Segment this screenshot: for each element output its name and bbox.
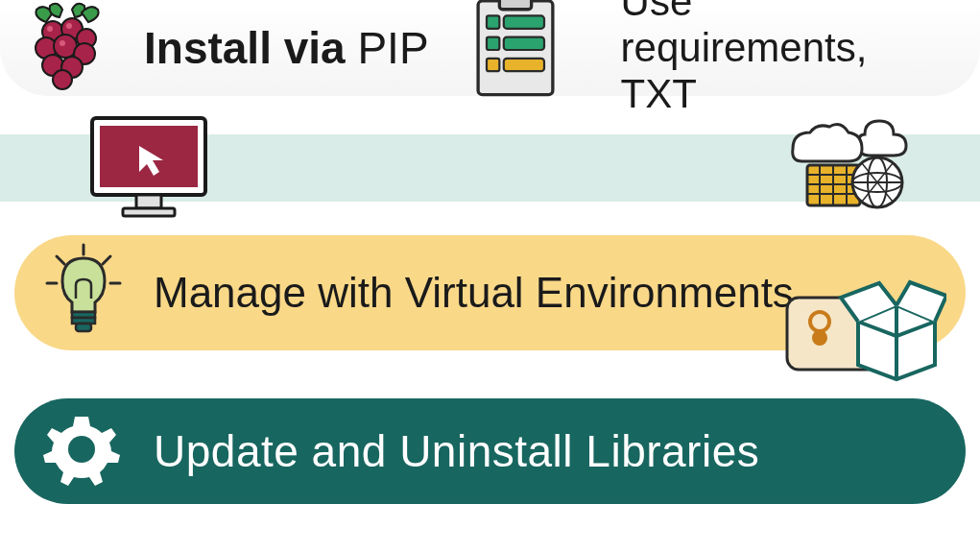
svg-point-8: [53, 70, 72, 89]
install-via-bold: Install via: [144, 23, 346, 73]
svg-rect-22: [136, 195, 161, 208]
svg-point-11: [60, 40, 65, 46]
raspberry-icon: [19, 0, 115, 98]
svg-rect-23: [123, 208, 175, 216]
cloud-servers-icon: [774, 115, 922, 211]
svg-line-39: [103, 256, 110, 264]
svg-point-48: [68, 436, 95, 463]
svg-point-47: [812, 330, 827, 346]
gear-icon: [43, 411, 120, 492]
svg-rect-19: [503, 59, 543, 71]
teal-pill: Update and Uninstall Libraries: [14, 398, 966, 504]
svg-line-38: [57, 256, 64, 264]
checklist-icon: [467, 0, 563, 104]
svg-rect-17: [503, 37, 543, 50]
use-requirements-text: Use requirements, TXT: [621, 0, 942, 117]
svg-rect-16: [487, 37, 499, 50]
svg-point-9: [47, 26, 53, 32]
middle-band: [0, 120, 980, 211]
svg-rect-44: [76, 324, 91, 331]
install-via-normal: PIP: [346, 23, 429, 73]
monitor-icon: [86, 112, 211, 223]
install-via-pip-text: Install via PIP: [144, 22, 429, 74]
svg-point-10: [66, 23, 72, 29]
svg-rect-13: [499, 0, 531, 10]
svg-rect-14: [487, 16, 499, 29]
top-bar: Install via PIP Use requirements, TXT: [0, 0, 980, 96]
svg-rect-18: [487, 59, 499, 71]
yellow-pill: Manage with Virtual Environments: [14, 235, 966, 350]
svg-rect-15: [503, 16, 543, 29]
update-uninstall-text: Update and Uninstall Libraries: [154, 425, 759, 477]
manage-venv-text: Manage with Virtual Environments: [154, 269, 794, 317]
package-box-icon: [783, 269, 946, 384]
lightbulb-icon: [43, 243, 125, 343]
